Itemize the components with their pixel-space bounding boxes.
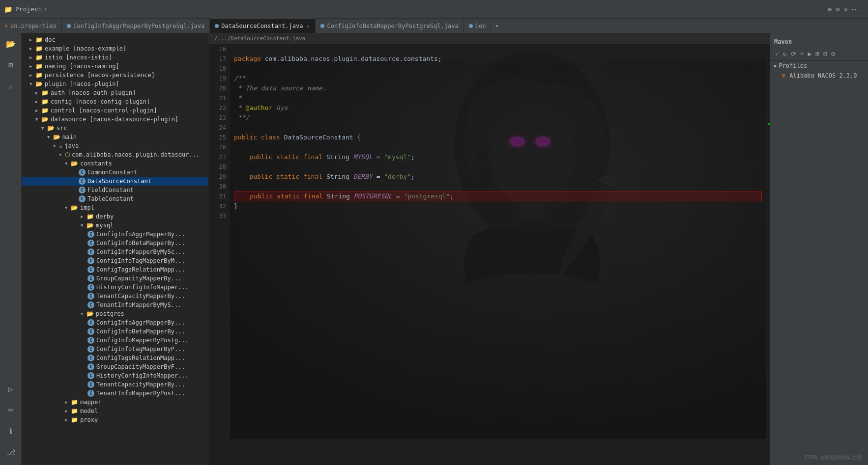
minimize-icon[interactable]: — [860, 5, 864, 13]
tree-label-configinfo-aggr-p: ConfigInfoAggrMapperBy... [96, 319, 185, 326]
tree-item-src[interactable]: ▼ 📂 src [22, 124, 208, 133]
keyword-static-2: static [276, 172, 303, 182]
main-layout: 📂 ⊞ ☆ ▷ ⌨ ℹ ⎇ ▶ 📁 doc ▶ 📁 example [nacos… [0, 33, 868, 465]
code-line-26 [234, 142, 762, 152]
favorites-icon[interactable]: ☆ [6, 80, 15, 93]
git-icon[interactable]: ⎇ [4, 446, 17, 459]
tree-item-mapper[interactable]: ▶ 📁 mapper [22, 398, 208, 407]
tree-label-constants: constants [80, 160, 112, 167]
class-icon-historyconfiginfo-m: C [87, 284, 94, 291]
tree-item-config[interactable]: ▶ 📁 config [nacos-config-plugin] [22, 97, 208, 106]
tree-item-groupcapacity-m[interactable]: C GroupCapacityMapperBy... [22, 274, 208, 283]
tab-label-con: Con [475, 23, 486, 29]
tree-item-historyconfiginfo-p[interactable]: C HistoryConfigInfoMapper... [22, 371, 208, 380]
tab-configinfomapper[interactable]: ConfigInfoAggrMapperByPostgreSql.java [62, 19, 210, 33]
tree-label-impl: impl [80, 204, 94, 211]
tree-item-tenantcapacity-m[interactable]: C TenantCapacityMapperBy... [22, 292, 208, 301]
tree-item-control[interactable]: ▶ 📁 control [nacos-control-plugin] [22, 106, 208, 115]
tab-configinfobeta[interactable]: ConfigInfoBetaMapperByPostgreSql.java [316, 19, 463, 33]
tree-item-datasourceconstant[interactable]: C DataSourceConstant [22, 177, 208, 186]
tree-item-configinfo-beta-p[interactable]: C ConfigInfoBetaMapperBy... [22, 327, 208, 336]
new-window-icon[interactable]: ⊕ [828, 5, 832, 13]
tree-item-plugin[interactable]: ▼ 📂 plugin [nacos-plugin] [22, 80, 208, 88]
maven-expand-icon[interactable]: ⊞ [814, 49, 820, 58]
tree-item-configinfo-mapper-p[interactable]: C ConfigInfoMapperByPostg... [22, 336, 208, 345]
tree-item-tableconstant[interactable]: C TableConstant [22, 194, 208, 203]
more-icon[interactable]: ⋯ [852, 5, 856, 13]
java-dot-4 [469, 24, 473, 28]
maven-settings-icon[interactable]: ⚙ [830, 49, 836, 58]
structure-icon[interactable]: ⊞ [6, 58, 15, 72]
tree-item-groupcapacity-p[interactable]: C GroupCapacityMapperByF... [22, 362, 208, 371]
tree-item-commonconstant[interactable]: C CommonConstant [22, 168, 208, 177]
class-icon-configinfo-tag-m: C [87, 257, 94, 264]
tree-item-postgres[interactable]: ▼ 📂 postgres [22, 309, 208, 318]
tree-label-example: example [nacos-example] [45, 45, 126, 52]
tab-properties[interactable]: ⚙ on.properties [0, 19, 62, 33]
tree-item-derby[interactable]: ▶ 📁 derby [22, 212, 208, 221]
code-editor[interactable]: package com.alibaba.nacos.plugin.datasou… [230, 44, 766, 465]
tree-label-mapper: mapper [80, 399, 101, 406]
tree-label-istio: istio [nacos-istio] [45, 54, 112, 61]
tree-item-java[interactable]: ▼ ☕ java [22, 141, 208, 150]
project-dropdown-icon[interactable]: ▾ [44, 6, 47, 12]
folder-icon-auth: 📁 [41, 89, 49, 96]
tree-item-tenantinfo-m[interactable]: C TenantInfoMapperByMyS... [22, 301, 208, 309]
tree-item-com-package[interactable]: ▼ ⬡ com.alibaba.nacos.plugin.datasour... [22, 150, 208, 159]
tree-item-historyconfiginfo-m[interactable]: C HistoryConfigInfoMapper... [22, 283, 208, 292]
tree-label-configinfo-beta-m: ConfigInfoBetaMapperBy... [96, 240, 185, 246]
field-mysql: MYSQL [353, 152, 373, 162]
maven-nacos-item[interactable]: m Alibaba NACOS 2.3.0 [770, 71, 868, 81]
tree-item-fieldconstant[interactable]: C FieldConstant [22, 186, 208, 194]
tab-con[interactable]: Con [464, 19, 492, 33]
tree-item-constants[interactable]: ▼ 📂 constants [22, 159, 208, 168]
maven-add-icon[interactable]: + [799, 49, 805, 58]
indent-1 [234, 152, 249, 162]
tree-item-datasource[interactable]: ▼ 📂 datasource [nacos-datasource-plugin] [22, 115, 208, 124]
folder-icon-persistence: 📁 [35, 72, 43, 79]
tree-item-main[interactable]: ▼ 📂 main [22, 133, 208, 141]
tree-item-configtags-p[interactable]: C ConfigTagsRelationMapp... [22, 354, 208, 362]
close-project-icon[interactable]: ✕ [844, 5, 848, 13]
maven-collapse-icon[interactable]: ⊟ [822, 49, 828, 58]
info-icon[interactable]: ℹ [7, 425, 14, 438]
maven-reimport-icon[interactable]: ⟳ [790, 49, 797, 58]
tree-label-com-package: com.alibaba.nacos.plugin.datasour... [72, 151, 200, 158]
tree-item-configtags-m[interactable]: C ConfigTagsRelationMapp... [22, 265, 208, 274]
vcs-icon[interactable]: ⊗ [836, 5, 839, 13]
tree-item-proxy[interactable]: ▶ 📁 proxy [22, 415, 208, 424]
tree-item-impl[interactable]: ▼ 📂 impl [22, 203, 208, 212]
tabs-overflow-button[interactable]: ▾ [491, 19, 502, 33]
semi-2: ; [411, 172, 415, 182]
code-line-30 [234, 182, 762, 191]
tree-item-configinfo-tag-p[interactable]: C ConfigInfoTagMapperByP... [22, 345, 208, 354]
tree-item-configinfo-aggr-p[interactable]: C ConfigInfoAggrMapperBy... [22, 318, 208, 327]
tree-item-naming[interactable]: ▶ 📁 naming [nacos-naming] [22, 62, 208, 71]
tree-item-model[interactable]: ▶ 📁 model [22, 407, 208, 415]
tree-item-configinfo-beta-m[interactable]: C ConfigInfoBetaMapperBy... [22, 239, 208, 247]
tree-item-auth[interactable]: ▶ 📁 auth [nacos-auth-plugin] [22, 88, 208, 97]
project-tree-icon[interactable]: 📂 [4, 37, 18, 51]
tree-item-configinfo-aggr-m[interactable]: C ConfigInfoAggrMapperBy... [22, 230, 208, 239]
maven-run-icon[interactable]: ▶ [807, 49, 812, 58]
tree-item-doc[interactable]: ▶ 📁 doc [22, 35, 208, 44]
tree-item-mysql[interactable]: ▼ 📂 mysql [22, 221, 208, 230]
maven-profiles-item[interactable]: ▶ Profiles [770, 61, 868, 71]
tree-item-istio[interactable]: ▶ 📁 istio [nacos-istio] [22, 53, 208, 62]
brace-open: { [353, 133, 361, 142]
tree-item-persistence[interactable]: ▶ 📁 persistence [nacos-persistence] [22, 71, 208, 80]
tree-item-configinfo-mapper-m[interactable]: C ConfigInfoMapperByMySc... [22, 247, 208, 256]
terminal-icon[interactable]: ⌨ [6, 404, 15, 417]
maven-refresh-icon[interactable]: ↻ [782, 49, 788, 58]
tree-item-configinfo-tag-m[interactable]: C ConfigInfoTagMapperByM... [22, 256, 208, 265]
tree-item-tenantinfo-p[interactable]: C TenantInfoMapperByPost... [22, 389, 208, 398]
tree-item-tenantcapacity-p[interactable]: C TenantCapacityMapperBy... [22, 380, 208, 389]
class-icon-groupcapacity-m: C [87, 275, 94, 282]
code-container: 16 17 18 19 20 21 22 23 24 25 26 27 28 2… [208, 44, 770, 465]
tab-datasourceconstant[interactable]: DataSourceConstant.java ✕ [210, 19, 316, 33]
tab-close-datasource[interactable]: ✕ [305, 24, 310, 29]
run-icon[interactable]: ▷ [6, 383, 15, 396]
class-icon-configinfo-beta-m: C [87, 240, 94, 246]
tree-item-example[interactable]: ▶ 📁 example [nacos-example] [22, 44, 208, 53]
maven-check-icon[interactable]: ✓ [774, 49, 780, 58]
